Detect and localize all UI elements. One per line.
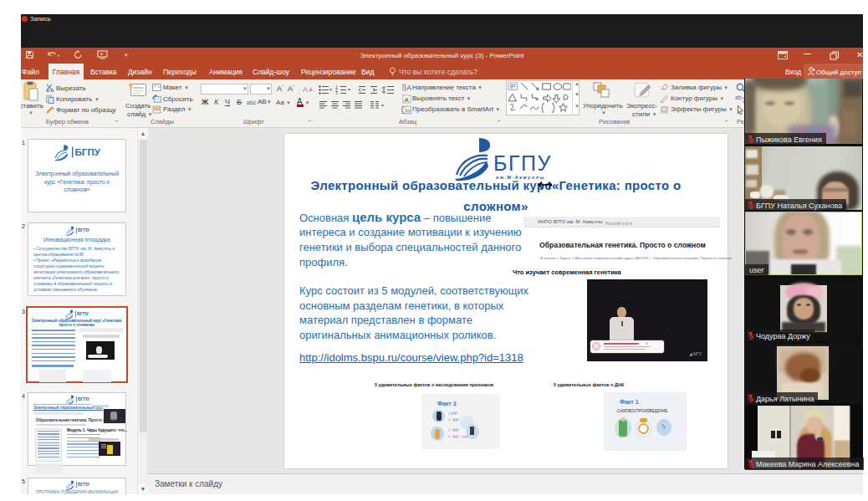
- svg-text:3: 3: [335, 90, 338, 95]
- svg-text:БГПУ: БГПУ: [78, 227, 90, 233]
- svg-text:А: А: [303, 85, 308, 94]
- svg-text:БГПУ: БГПУ: [78, 482, 90, 487]
- svg-text:▾: ▾: [329, 87, 332, 92]
- svg-text:▾: ▾: [348, 87, 350, 92]
- svg-text:БГПУ: БГПУ: [493, 151, 552, 175]
- svg-text:А: А: [406, 84, 411, 92]
- svg-text:БГПУ: БГПУ: [78, 396, 90, 401]
- svg-text:А: А: [405, 95, 410, 103]
- svg-text:БГПУ: БГПУ: [77, 311, 89, 316]
- svg-text:▾: ▾: [381, 103, 384, 108]
- svg-text:БГПУ: БГПУ: [75, 146, 101, 157]
